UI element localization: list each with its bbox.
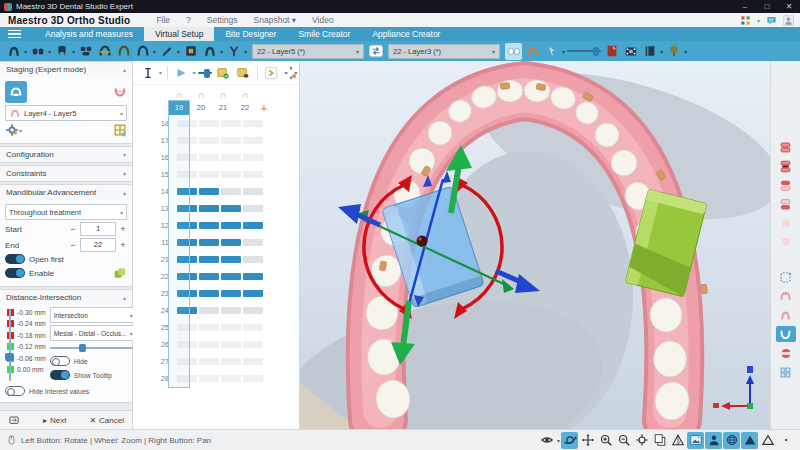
stage-segment-empty[interactable] [221, 324, 241, 331]
swap-layers-icon[interactable] [369, 44, 383, 58]
stage-segment-filled[interactable] [221, 290, 241, 297]
stage-segment-empty[interactable] [243, 239, 263, 246]
stage-segment-empty[interactable] [243, 375, 263, 382]
animation-speed-slider[interactable] [198, 65, 211, 81]
red-arch-icon[interactable] [113, 85, 127, 99]
cancel-button[interactable]: ✕ Cancel [89, 416, 124, 425]
staging-row-tooth-24[interactable]: 24 [133, 302, 299, 319]
upper-arch-ghost-icon-button[interactable] [776, 215, 796, 231]
end-minus-button[interactable]: − [69, 240, 77, 250]
chevron-down-icon[interactable]: ▾ [192, 69, 195, 76]
stage-segment-filled[interactable] [199, 256, 219, 263]
pen-icon-button[interactable] [158, 43, 175, 60]
staging-row-tooth-25[interactable]: 25 [133, 319, 299, 336]
menu-item-settings[interactable]: Settings [207, 15, 238, 25]
stage-segment-empty[interactable] [199, 120, 219, 127]
stage-segment-filled[interactable] [199, 205, 219, 212]
opacity-slider[interactable] [567, 43, 601, 59]
enable-toggle[interactable] [5, 268, 25, 278]
staging-occlusal-icon[interactable] [5, 81, 27, 103]
lower-arch-view-icon-button[interactable] [776, 326, 796, 342]
hide-interest-values-toggle[interactable] [5, 386, 25, 396]
stage-segment-empty[interactable] [221, 120, 241, 127]
stage-segment-empty[interactable] [199, 307, 219, 314]
stage-segment-filled[interactable] [221, 256, 241, 263]
start-minus-button[interactable]: − [69, 224, 77, 234]
stage-column-22[interactable]: 22 [235, 101, 255, 115]
stage-segment-filled[interactable] [177, 205, 197, 212]
arch-wire-icon-button[interactable] [115, 43, 132, 60]
stage-segment-filled[interactable] [177, 222, 197, 229]
copy-view-icon-button[interactable] [651, 432, 668, 449]
end-plus-button[interactable]: + [119, 240, 127, 250]
theme-palette-icon[interactable] [740, 15, 751, 26]
chat-icon[interactable] [766, 15, 777, 26]
distance-section-header[interactable]: Distance-Intersection ▴ [0, 290, 132, 305]
next-button[interactable]: ▸ Next [43, 416, 66, 425]
multi-view-grid-icon-button[interactable] [776, 364, 796, 380]
pdf-export-icon-button[interactable] [603, 43, 620, 60]
stage-segment-empty[interactable] [177, 358, 197, 365]
stage-segment-empty[interactable] [243, 307, 263, 314]
green-overlap-icon[interactable] [113, 266, 127, 280]
arch-tan-icon-button[interactable] [524, 43, 541, 60]
stage-segment-empty[interactable] [177, 171, 197, 178]
staging-row-tooth-15[interactable]: 15 [133, 166, 299, 183]
stage-segment-empty[interactable] [177, 324, 197, 331]
teeth-compare-icon-button[interactable] [505, 43, 522, 60]
staging-row-tooth-18[interactable]: 18 [133, 115, 299, 132]
tab-smile-creator[interactable]: Smile Creator [287, 27, 361, 41]
layer-select-left[interactable]: 22 - Layer5 (*)▾ [252, 44, 364, 59]
menu-item-video[interactable]: Video [312, 15, 334, 25]
staging-row-tooth-11[interactable]: 11 [133, 234, 299, 251]
panel-dock-button[interactable] [8, 414, 20, 426]
stage-segment-filled[interactable] [221, 273, 241, 280]
patient-view-icon-button[interactable] [705, 432, 722, 449]
stage-segment-empty[interactable] [221, 171, 241, 178]
staging-row-tooth-12[interactable]: 12 [133, 217, 299, 234]
stage-segment-empty[interactable] [243, 171, 263, 178]
add-stage-button[interactable]: + [257, 101, 271, 115]
pyramid-axis-icon-button[interactable] [669, 432, 686, 449]
stage-segment-empty[interactable] [221, 188, 241, 195]
stage-segment-filled[interactable] [199, 290, 219, 297]
stage-segment-empty[interactable] [243, 341, 263, 348]
select-cursor-icon-button[interactable] [543, 43, 560, 60]
stage-segment-filled[interactable] [177, 239, 197, 246]
stage-segment-filled[interactable] [221, 222, 241, 229]
stage-segment-filled[interactable] [177, 256, 197, 263]
stage-segment-empty[interactable] [199, 358, 219, 365]
advancement-mode-select[interactable]: Throughout treatment ▾ [5, 204, 127, 220]
upper-arch-icon-button[interactable] [5, 43, 22, 60]
bracket-icon-button[interactable] [182, 43, 199, 60]
lower-arch-ghost-icon-button[interactable] [776, 234, 796, 250]
open-first-toggle[interactable] [5, 254, 25, 264]
chevron-down-icon[interactable]: ▾ [159, 69, 162, 76]
staging-row-tooth-17[interactable]: 17 [133, 132, 299, 149]
pan-move-icon-button[interactable] [579, 432, 596, 449]
staging-row-tooth-13[interactable]: 13 [133, 200, 299, 217]
chevron-down-icon[interactable]: ▾ [557, 437, 560, 444]
gear-icon[interactable] [5, 123, 19, 137]
stage-segment-filled[interactable] [177, 273, 197, 280]
stage-segment-empty[interactable] [243, 324, 263, 331]
constraints-section-header[interactable]: Constraints ▾ [0, 166, 132, 181]
chevron-down-icon[interactable]: ▾ [19, 127, 22, 134]
video-export-icon-button[interactable] [622, 43, 639, 60]
stage-segment-empty[interactable] [221, 375, 241, 382]
stage-segment-filled[interactable] [177, 290, 197, 297]
rotate-orbit-icon-button[interactable] [561, 432, 578, 449]
chevron-down-icon[interactable]: ▾ [24, 48, 27, 55]
stage-segment-filled[interactable] [199, 239, 219, 246]
stage-segment-filled[interactable] [243, 222, 263, 229]
menu-item-snapshot[interactable]: Snapshot ▾ [254, 15, 297, 25]
tab-appliance-creator[interactable]: Appliance Creator [361, 27, 451, 41]
show-tooltip-toggle[interactable] [50, 370, 70, 380]
stage-segment-empty[interactable] [177, 341, 197, 348]
occlusion-lower-icon-button[interactable] [776, 196, 796, 212]
configuration-section-header[interactable]: Configuration ▾ [0, 147, 132, 162]
zoom-in-icon-button[interactable] [597, 432, 614, 449]
stage-segment-empty[interactable] [243, 205, 263, 212]
bite-pair-icon-button[interactable] [776, 345, 796, 361]
articulator-icon-button[interactable] [225, 43, 242, 60]
